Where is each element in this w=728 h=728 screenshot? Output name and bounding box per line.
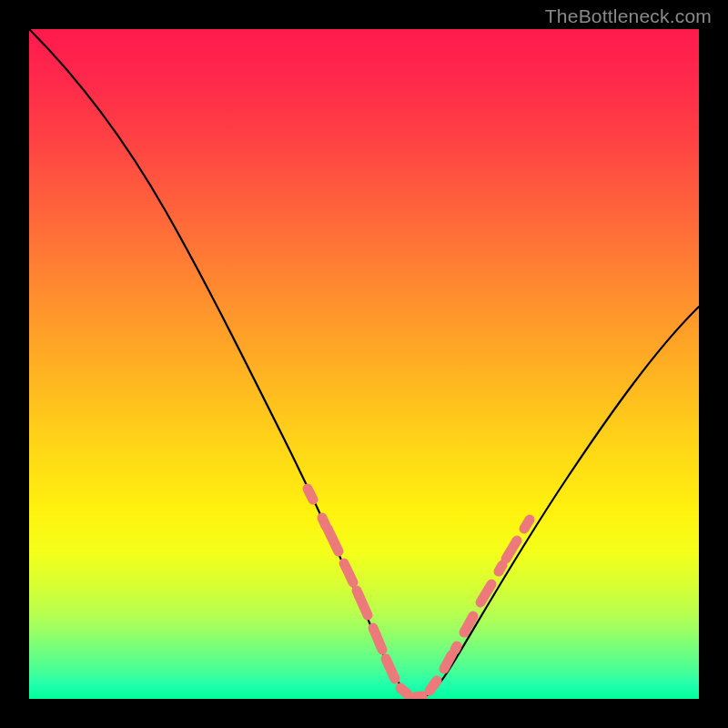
svg-line-6 <box>386 659 395 679</box>
svg-line-5 <box>373 628 382 650</box>
svg-line-4 <box>357 591 368 615</box>
svg-line-15 <box>506 541 517 559</box>
watermark-text: TheBottleneck.com <box>545 5 712 27</box>
svg-line-11 <box>455 646 457 650</box>
highlight-markers <box>308 489 530 697</box>
chart-frame: TheBottleneck.com <box>0 0 728 728</box>
svg-line-14 <box>499 565 502 571</box>
svg-line-9 <box>430 681 437 691</box>
svg-line-16 <box>524 520 530 529</box>
svg-line-10 <box>444 655 451 669</box>
svg-line-3 <box>344 563 353 582</box>
svg-line-13 <box>480 584 491 602</box>
curve-layer <box>29 29 699 699</box>
plot-area <box>29 29 699 699</box>
svg-line-2 <box>328 529 339 551</box>
svg-line-0 <box>308 489 313 500</box>
svg-line-7 <box>400 688 408 694</box>
svg-line-8 <box>415 696 422 697</box>
